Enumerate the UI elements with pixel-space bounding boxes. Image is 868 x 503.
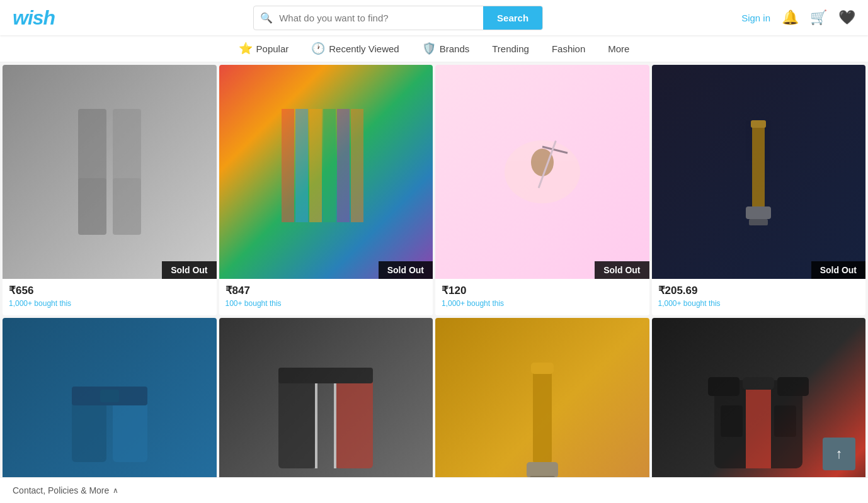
product-image bbox=[3, 318, 217, 504]
nav-fashion-label: Fashion bbox=[552, 43, 585, 54]
shield-icon: 🛡️ bbox=[422, 42, 436, 55]
nav-trending[interactable]: Trending bbox=[492, 43, 529, 54]
product-image-wrap: Sold Out bbox=[219, 65, 433, 279]
svg-rect-24 bbox=[335, 374, 373, 468]
notifications-icon[interactable]: 🔔 bbox=[782, 9, 799, 26]
svg-rect-21 bbox=[100, 390, 119, 402]
svg-rect-35 bbox=[721, 405, 743, 437]
svg-rect-9 bbox=[351, 109, 363, 222]
nav-more-label: More bbox=[608, 43, 629, 54]
svg-rect-4 bbox=[282, 109, 294, 222]
product-image-wrap bbox=[652, 318, 866, 504]
svg-rect-17 bbox=[749, 219, 768, 225]
product-image-wrap: Sold Out bbox=[3, 65, 217, 279]
sold-out-badge: Sold Out bbox=[811, 261, 865, 279]
svg-rect-27 bbox=[533, 365, 552, 465]
product-info: ₹847 100+ bought this bbox=[219, 279, 433, 315]
svg-rect-22 bbox=[278, 374, 316, 468]
sold-out-badge: Sold Out bbox=[379, 261, 433, 279]
product-sold-count: 1,000+ bought this bbox=[442, 299, 643, 308]
svg-rect-15 bbox=[751, 120, 766, 128]
footer-label: Contact, Policies & More bbox=[13, 485, 109, 495]
nav-recently-viewed[interactable]: 🕐 Recently Viewed bbox=[311, 42, 399, 55]
sign-in-button[interactable]: Sign in bbox=[741, 13, 770, 23]
nav-popular[interactable]: ⭐ Popular bbox=[239, 42, 289, 55]
product-image bbox=[435, 318, 649, 504]
nav-brands-label: Brands bbox=[440, 43, 470, 54]
product-card[interactable]: ₹1,227 1,000+ bought this bbox=[652, 318, 866, 504]
svg-rect-6 bbox=[309, 109, 322, 222]
product-image-wrap: Sold Out bbox=[652, 65, 866, 279]
product-image-wrap: Sold Out bbox=[435, 65, 649, 279]
product-grid: Sold Out ₹656 1,000+ bought this Sold Ou… bbox=[0, 62, 868, 503]
nav-popular-label: Popular bbox=[256, 43, 289, 54]
product-card[interactable]: Sold Out ₹120 1,000+ bought this bbox=[435, 65, 649, 315]
product-info: ₹205.69 1,000+ bought this bbox=[652, 279, 866, 315]
product-info: ₹656 1,000+ bought this bbox=[3, 279, 217, 315]
product-price: ₹205.69 bbox=[658, 284, 860, 297]
svg-rect-36 bbox=[774, 405, 796, 437]
logo[interactable]: wish bbox=[13, 6, 55, 30]
product-card[interactable]: Sold Out ₹1,477 1,000+ bought this bbox=[219, 318, 433, 504]
product-card[interactable]: Sold Out ₹656 1,000+ bought this bbox=[3, 65, 217, 315]
product-info: ₹120 1,000+ bought this bbox=[435, 279, 649, 315]
svg-rect-16 bbox=[746, 206, 771, 219]
product-card[interactable]: Sold Out ₹847 100+ bought this bbox=[219, 65, 433, 315]
header: wish 🔍 Search Sign in 🔔 🛒 🖤 bbox=[0, 0, 868, 35]
search-input[interactable] bbox=[279, 8, 483, 28]
svg-rect-7 bbox=[323, 109, 336, 222]
svg-rect-37 bbox=[743, 377, 774, 390]
product-image bbox=[652, 318, 866, 504]
header-actions: Sign in 🔔 🛒 🖤 bbox=[741, 9, 855, 26]
product-card[interactable]: Sold Out ₹205.69 1,000+ bought this bbox=[652, 65, 866, 315]
svg-rect-0 bbox=[78, 109, 106, 184]
svg-rect-33 bbox=[708, 377, 740, 396]
product-card[interactable]: Sold Out ₹431.33 1,000+ bought this bbox=[435, 318, 649, 504]
search-bar: 🔍 Search bbox=[253, 6, 543, 30]
svg-rect-5 bbox=[295, 109, 308, 222]
product-sold-count: 100+ bought this bbox=[226, 299, 427, 308]
product-image bbox=[652, 65, 866, 279]
nav-trending-label: Trending bbox=[492, 43, 529, 54]
product-image-wrap: Size : 28-4 Sold Out bbox=[3, 318, 217, 504]
scroll-to-top-button[interactable]: ↑ bbox=[823, 438, 855, 470]
cart-icon[interactable]: 🛒 bbox=[810, 9, 827, 26]
star-icon: ⭐ bbox=[239, 42, 253, 55]
search-button[interactable]: Search bbox=[483, 6, 542, 30]
nav-brands[interactable]: 🛡️ Brands bbox=[422, 42, 470, 55]
svg-rect-32 bbox=[746, 380, 771, 468]
svg-rect-1 bbox=[113, 109, 141, 184]
product-sold-count: 1,000+ bought this bbox=[9, 299, 210, 308]
svg-rect-26 bbox=[278, 368, 373, 383]
svg-rect-14 bbox=[752, 122, 765, 210]
nav-more[interactable]: More bbox=[608, 43, 629, 54]
product-image bbox=[3, 65, 217, 279]
wishlist-icon[interactable]: 🖤 bbox=[838, 9, 855, 26]
product-image bbox=[219, 318, 433, 504]
product-image bbox=[219, 65, 433, 279]
product-image bbox=[435, 65, 649, 279]
product-sold-count: 1,000+ bought this bbox=[658, 299, 860, 308]
footer-bar[interactable]: Contact, Policies & More ∧ bbox=[0, 477, 868, 503]
sold-out-badge: Sold Out bbox=[595, 261, 649, 279]
product-image-wrap: Sold Out bbox=[219, 318, 433, 504]
svg-rect-28 bbox=[531, 363, 554, 374]
product-price: ₹120 bbox=[442, 284, 643, 297]
svg-rect-34 bbox=[777, 377, 809, 396]
svg-rect-8 bbox=[337, 109, 350, 222]
product-price: ₹847 bbox=[226, 284, 427, 297]
svg-rect-29 bbox=[527, 462, 558, 478]
main-nav: ⭐ Popular 🕐 Recently Viewed 🛡️ Brands Tr… bbox=[0, 35, 868, 62]
svg-rect-2 bbox=[78, 178, 106, 235]
nav-fashion[interactable]: Fashion bbox=[552, 43, 585, 54]
product-price: ₹656 bbox=[9, 284, 210, 297]
clock-icon: 🕐 bbox=[311, 42, 325, 55]
product-image-wrap: Sold Out bbox=[435, 318, 649, 504]
nav-recently-label: Recently Viewed bbox=[329, 43, 399, 54]
svg-rect-3 bbox=[113, 178, 141, 235]
chevron-up-icon: ∧ bbox=[113, 486, 118, 495]
sold-out-badge: Sold Out bbox=[162, 261, 216, 279]
search-icon: 🔍 bbox=[254, 12, 279, 24]
product-card[interactable]: Size : 28-4 Sold Out ₹1,005 1,000+ bough… bbox=[3, 318, 217, 504]
svg-point-11 bbox=[531, 149, 554, 176]
